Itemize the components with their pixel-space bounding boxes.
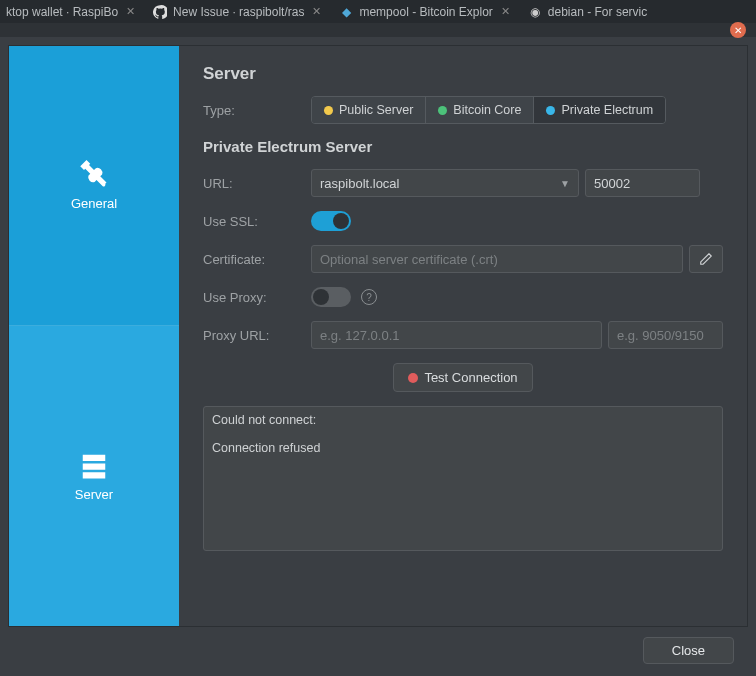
tab-label: New Issue · raspibolt/ras: [173, 5, 304, 19]
proxy-url-label: Proxy URL:: [203, 328, 311, 343]
edit-certificate-button[interactable]: [689, 245, 723, 273]
cube-icon: ◆: [339, 5, 353, 19]
test-button-label: Test Connection: [424, 370, 517, 385]
type-label: Type:: [203, 103, 311, 118]
proxy-label: Use Proxy:: [203, 290, 311, 305]
error-dot-icon: [408, 373, 418, 383]
status-dot-icon: [546, 106, 555, 115]
server-icon: [79, 451, 109, 481]
certificate-label: Certificate:: [203, 252, 311, 267]
close-icon[interactable]: ✕: [312, 5, 321, 18]
browser-tab[interactable]: ◆ mempool - Bitcoin Explor ✕: [339, 5, 509, 19]
subsection-title: Private Electrum Server: [203, 138, 723, 155]
proxy-toggle[interactable]: [311, 287, 351, 307]
close-icon[interactable]: ✕: [126, 5, 135, 18]
type-bitcoin-core[interactable]: Bitcoin Core: [426, 97, 534, 123]
connection-log: Could not connect: Connection refused: [203, 406, 723, 551]
settings-main-panel: Server Type: Public Server Bitcoin Core …: [179, 46, 747, 626]
chevron-down-icon: ▼: [560, 178, 570, 189]
debian-icon: ◉: [528, 5, 542, 19]
seg-label: Private Electrum: [561, 103, 653, 117]
proxy-port-input[interactable]: [608, 321, 723, 349]
section-title: Server: [203, 64, 723, 84]
proxy-host-input[interactable]: [311, 321, 602, 349]
seg-label: Public Server: [339, 103, 413, 117]
browser-tab-strip: ktop wallet · RaspiBo ✕ New Issue · rasp…: [0, 0, 756, 23]
settings-dialog: General Server Server Type: Public Serve…: [8, 45, 748, 627]
tab-label: ktop wallet · RaspiBo: [6, 5, 118, 19]
sidebar-item-server[interactable]: Server: [9, 326, 179, 626]
sidebar-label: Server: [75, 487, 113, 502]
close-button[interactable]: Close: [643, 637, 734, 664]
ssl-label: Use SSL:: [203, 214, 311, 229]
github-icon: [153, 5, 167, 19]
ssl-toggle[interactable]: [311, 211, 351, 231]
url-label: URL:: [203, 176, 311, 191]
window-header: ✕: [0, 23, 756, 37]
certificate-input[interactable]: [311, 245, 683, 273]
edit-icon: [699, 252, 713, 266]
sidebar-label: General: [71, 196, 117, 211]
close-icon[interactable]: ✕: [501, 5, 510, 18]
port-input[interactable]: [585, 169, 700, 197]
seg-label: Bitcoin Core: [453, 103, 521, 117]
browser-tab[interactable]: New Issue · raspibolt/ras ✕: [153, 5, 321, 19]
status-dot-icon: [324, 106, 333, 115]
url-select[interactable]: raspibolt.local ▼: [311, 169, 579, 197]
browser-tab[interactable]: ◉ debian - For servic: [528, 5, 647, 19]
url-value: raspibolt.local: [320, 176, 400, 191]
type-private-electrum[interactable]: Private Electrum: [534, 97, 665, 123]
help-icon[interactable]: ?: [361, 289, 377, 305]
settings-sidebar: General Server: [9, 46, 179, 626]
server-type-group: Public Server Bitcoin Core Private Elect…: [311, 96, 666, 124]
tools-icon: [79, 160, 109, 190]
type-public-server[interactable]: Public Server: [312, 97, 426, 123]
status-dot-icon: [438, 106, 447, 115]
test-connection-button[interactable]: Test Connection: [393, 363, 532, 392]
tab-label: mempool - Bitcoin Explor: [359, 5, 492, 19]
browser-tab[interactable]: ktop wallet · RaspiBo ✕: [6, 5, 135, 19]
tab-label: debian - For servic: [548, 5, 647, 19]
window-close-button[interactable]: ✕: [730, 22, 746, 38]
sidebar-item-general[interactable]: General: [9, 46, 179, 326]
